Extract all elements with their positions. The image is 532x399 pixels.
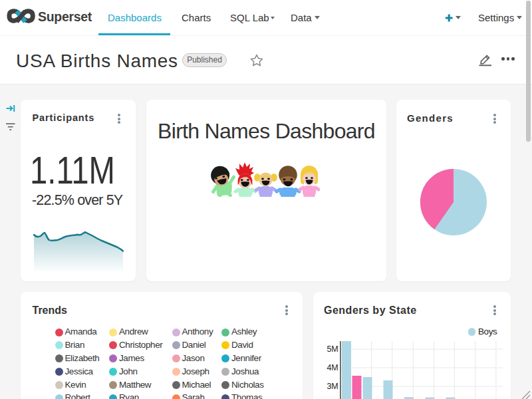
svg-text:4M: 4M xyxy=(327,363,338,372)
svg-text:3M: 3M xyxy=(327,382,338,391)
svg-text:5M: 5M xyxy=(327,344,338,354)
